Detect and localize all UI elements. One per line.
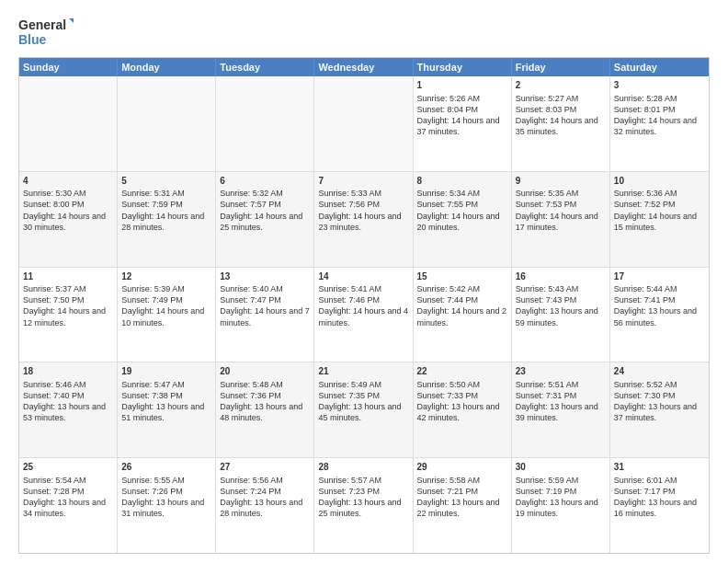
- day-number: 28: [318, 461, 408, 474]
- day-number: 22: [417, 365, 507, 378]
- day-number: 17: [614, 270, 705, 283]
- day-number: 24: [614, 365, 705, 378]
- cell-info: Sunrise: 5:54 AM Sunset: 7:28 PM Dayligh…: [23, 475, 113, 520]
- day-number: 16: [516, 270, 606, 283]
- day-number: 2: [516, 79, 606, 92]
- cal-cell-29: 29Sunrise: 5:58 AM Sunset: 7:21 PM Dayli…: [414, 458, 512, 553]
- cal-cell-26: 26Sunrise: 5:55 AM Sunset: 7:26 PM Dayli…: [118, 458, 216, 553]
- cal-cell-20: 20Sunrise: 5:48 AM Sunset: 7:36 PM Dayli…: [216, 362, 314, 457]
- cell-info: Sunrise: 5:43 AM Sunset: 7:43 PM Dayligh…: [516, 283, 606, 328]
- cal-cell-12: 12Sunrise: 5:39 AM Sunset: 7:49 PM Dayli…: [118, 268, 216, 362]
- day-number: 29: [417, 461, 507, 474]
- cell-info: Sunrise: 6:01 AM Sunset: 7:17 PM Dayligh…: [614, 475, 705, 520]
- cal-cell-31: 31Sunrise: 6:01 AM Sunset: 7:17 PM Dayli…: [610, 458, 709, 553]
- calendar-header: SundayMondayTuesdayWednesdayThursdayFrid…: [19, 58, 709, 76]
- svg-text:Blue: Blue: [18, 32, 47, 47]
- day-number: 15: [417, 270, 507, 283]
- cal-cell-21: 21Sunrise: 5:49 AM Sunset: 7:35 PM Dayli…: [314, 362, 413, 457]
- day-number: 12: [121, 270, 211, 283]
- cell-info: Sunrise: 5:44 AM Sunset: 7:41 PM Dayligh…: [614, 283, 705, 328]
- cal-cell-15: 15Sunrise: 5:42 AM Sunset: 7:44 PM Dayli…: [414, 268, 512, 362]
- day-number: 8: [417, 175, 507, 188]
- day-number: 10: [614, 175, 705, 188]
- cal-cell-9: 9Sunrise: 5:35 AM Sunset: 7:53 PM Daylig…: [512, 172, 610, 267]
- page: General Blue SundayMondayTuesdayWednesda…: [0, 0, 728, 563]
- day-number: 7: [318, 175, 408, 188]
- cal-cell-8: 8Sunrise: 5:34 AM Sunset: 7:55 PM Daylig…: [414, 172, 512, 267]
- calendar: SundayMondayTuesdayWednesdayThursdayFrid…: [18, 57, 710, 554]
- cal-cell-11: 11Sunrise: 5:37 AM Sunset: 7:50 PM Dayli…: [19, 268, 118, 362]
- cell-info: Sunrise: 5:42 AM Sunset: 7:44 PM Dayligh…: [417, 283, 507, 328]
- cell-info: Sunrise: 5:41 AM Sunset: 7:46 PM Dayligh…: [318, 283, 408, 328]
- day-number: 18: [23, 365, 113, 378]
- cal-row-2: 11Sunrise: 5:37 AM Sunset: 7:50 PM Dayli…: [19, 268, 709, 363]
- cal-cell-18: 18Sunrise: 5:46 AM Sunset: 7:40 PM Dayli…: [19, 362, 118, 457]
- cell-info: Sunrise: 5:37 AM Sunset: 7:50 PM Dayligh…: [23, 283, 113, 328]
- cal-row-0: 1Sunrise: 5:26 AM Sunset: 8:04 PM Daylig…: [19, 76, 709, 172]
- cal-cell-25: 25Sunrise: 5:54 AM Sunset: 7:28 PM Dayli…: [19, 458, 118, 553]
- cal-cell-14: 14Sunrise: 5:41 AM Sunset: 7:46 PM Dayli…: [314, 268, 413, 362]
- logo-svg: General Blue: [18, 15, 74, 50]
- cal-header-wednesday: Wednesday: [314, 58, 413, 76]
- cell-info: Sunrise: 5:57 AM Sunset: 7:23 PM Dayligh…: [318, 475, 408, 520]
- day-number: 6: [220, 175, 310, 188]
- cell-info: Sunrise: 5:58 AM Sunset: 7:21 PM Dayligh…: [417, 475, 507, 520]
- day-number: 3: [614, 79, 705, 92]
- day-number: 1: [417, 79, 507, 92]
- cal-cell-28: 28Sunrise: 5:57 AM Sunset: 7:23 PM Dayli…: [314, 458, 413, 553]
- cal-row-1: 4Sunrise: 5:30 AM Sunset: 8:00 PM Daylig…: [19, 172, 709, 268]
- cal-header-friday: Friday: [512, 58, 610, 76]
- cal-row-3: 18Sunrise: 5:46 AM Sunset: 7:40 PM Dayli…: [19, 362, 709, 458]
- cell-info: Sunrise: 5:33 AM Sunset: 7:56 PM Dayligh…: [318, 188, 408, 233]
- cell-info: Sunrise: 5:30 AM Sunset: 8:00 PM Dayligh…: [23, 188, 113, 233]
- cell-info: Sunrise: 5:50 AM Sunset: 7:33 PM Dayligh…: [417, 379, 507, 424]
- cal-header-thursday: Thursday: [414, 58, 512, 76]
- day-number: 20: [220, 365, 310, 378]
- cal-cell-27: 27Sunrise: 5:56 AM Sunset: 7:24 PM Dayli…: [216, 458, 314, 553]
- day-number: 19: [121, 365, 211, 378]
- cell-info: Sunrise: 5:48 AM Sunset: 7:36 PM Dayligh…: [220, 379, 310, 424]
- day-number: 4: [23, 175, 113, 188]
- cal-cell-2: 2Sunrise: 5:27 AM Sunset: 8:03 PM Daylig…: [512, 76, 610, 171]
- day-number: 14: [318, 270, 408, 283]
- cal-header-monday: Monday: [118, 58, 216, 76]
- cell-info: Sunrise: 5:31 AM Sunset: 7:59 PM Dayligh…: [121, 188, 211, 233]
- cal-cell-30: 30Sunrise: 5:59 AM Sunset: 7:19 PM Dayli…: [512, 458, 610, 553]
- cell-info: Sunrise: 5:47 AM Sunset: 7:38 PM Dayligh…: [121, 379, 211, 424]
- cal-cell-empty-0-3: [314, 76, 413, 171]
- svg-text:General: General: [18, 17, 66, 32]
- cell-info: Sunrise: 5:27 AM Sunset: 8:03 PM Dayligh…: [516, 93, 606, 138]
- day-number: 23: [516, 365, 606, 378]
- logo: General Blue: [18, 15, 74, 50]
- cal-cell-22: 22Sunrise: 5:50 AM Sunset: 7:33 PM Dayli…: [414, 362, 512, 457]
- cal-row-4: 25Sunrise: 5:54 AM Sunset: 7:28 PM Dayli…: [19, 458, 709, 553]
- day-number: 25: [23, 461, 113, 474]
- calendar-body: 1Sunrise: 5:26 AM Sunset: 8:04 PM Daylig…: [19, 76, 709, 553]
- header: General Blue: [18, 15, 710, 50]
- cell-info: Sunrise: 5:32 AM Sunset: 7:57 PM Dayligh…: [220, 188, 310, 233]
- cell-info: Sunrise: 5:39 AM Sunset: 7:49 PM Dayligh…: [121, 283, 211, 328]
- day-number: 11: [23, 270, 113, 283]
- cal-header-tuesday: Tuesday: [216, 58, 314, 76]
- day-number: 21: [318, 365, 408, 378]
- day-number: 5: [121, 175, 211, 188]
- cal-cell-13: 13Sunrise: 5:40 AM Sunset: 7:47 PM Dayli…: [216, 268, 314, 362]
- day-number: 27: [220, 461, 310, 474]
- cal-cell-10: 10Sunrise: 5:36 AM Sunset: 7:52 PM Dayli…: [610, 172, 709, 267]
- day-number: 26: [121, 461, 211, 474]
- cell-info: Sunrise: 5:26 AM Sunset: 8:04 PM Dayligh…: [417, 93, 507, 138]
- cell-info: Sunrise: 5:36 AM Sunset: 7:52 PM Dayligh…: [614, 188, 705, 233]
- cal-cell-19: 19Sunrise: 5:47 AM Sunset: 7:38 PM Dayli…: [118, 362, 216, 457]
- cell-info: Sunrise: 5:40 AM Sunset: 7:47 PM Dayligh…: [220, 283, 310, 328]
- cell-info: Sunrise: 5:28 AM Sunset: 8:01 PM Dayligh…: [614, 93, 705, 138]
- day-number: 30: [516, 461, 606, 474]
- cell-info: Sunrise: 5:52 AM Sunset: 7:30 PM Dayligh…: [614, 379, 705, 424]
- cell-info: Sunrise: 5:59 AM Sunset: 7:19 PM Dayligh…: [516, 475, 606, 520]
- cal-header-saturday: Saturday: [610, 58, 709, 76]
- day-number: 9: [516, 175, 606, 188]
- cal-cell-empty-0-0: [19, 76, 118, 171]
- cal-header-sunday: Sunday: [19, 58, 118, 76]
- cell-info: Sunrise: 5:55 AM Sunset: 7:26 PM Dayligh…: [121, 475, 211, 520]
- day-number: 13: [220, 270, 310, 283]
- cal-cell-17: 17Sunrise: 5:44 AM Sunset: 7:41 PM Dayli…: [610, 268, 709, 362]
